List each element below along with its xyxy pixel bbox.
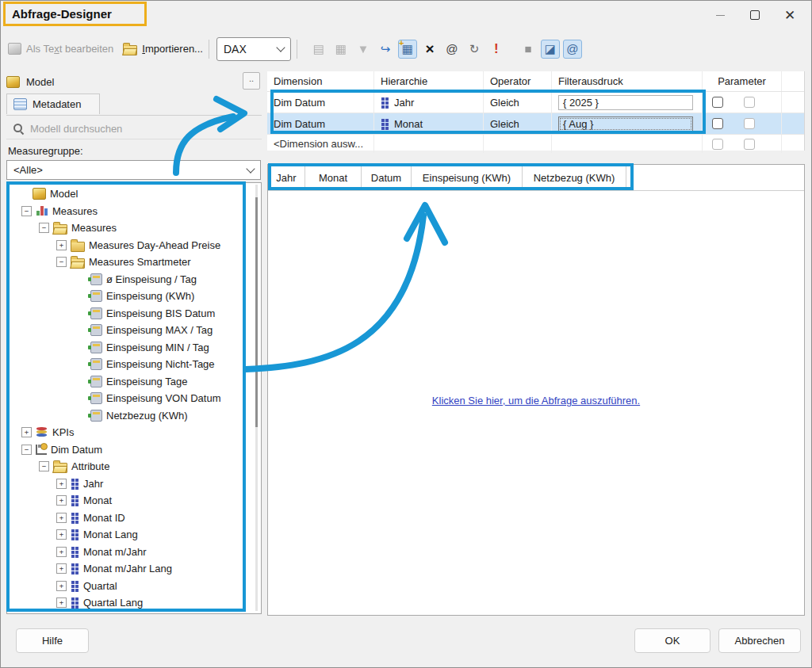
tree-item[interactable]: Einspeisung MIN / Tag [7,339,261,357]
tree-item[interactable]: −Dim Datum [7,441,261,459]
query-parameters-icon[interactable]: @ [442,40,462,59]
tree-item-label: Jahr [83,478,103,490]
tree-item[interactable]: Model [7,185,261,203]
result-column-netzbezug-kwh[interactable]: Netzbezug (KWh) [523,165,626,190]
parameter-checkbox[interactable] [712,118,723,129]
minimize-button[interactable] [704,5,736,25]
expand-plus-icon[interactable]: + [56,479,67,489]
metadata-panes-icon[interactable]: ▤ [309,40,328,59]
tree-item[interactable]: Einspeisung Nicht-Tage [7,356,261,373]
tree-item[interactable]: +KPIs [7,424,261,441]
parameter-checkbox-2[interactable] [744,118,755,129]
delete-icon[interactable]: × [420,40,439,59]
help-button[interactable]: Hilfe [16,628,89,653]
filter-hierarchy-cell[interactable] [374,135,484,153]
tree-item[interactable]: +Quartal Lang [7,594,261,612]
tree-item[interactable]: +Jahr [7,475,261,493]
filter-operator-cell[interactable] [484,135,552,153]
result-column-jahr[interactable]: Jahr [268,165,305,190]
close-button[interactable]: ✕ [774,5,806,25]
expand-plus-icon[interactable]: + [56,513,67,523]
tree-item[interactable]: −Measures [7,219,261,237]
collapse-minus-icon[interactable]: − [21,206,32,216]
toolbar-separator-2 [297,40,297,59]
cancel-button[interactable]: Abbrechen [718,628,801,653]
tree-item[interactable]: +Monat ID [7,510,261,527]
refresh-query-icon[interactable]: ↻ [465,40,484,59]
maximize-button[interactable] [739,5,771,25]
expand-plus-icon[interactable]: + [56,547,67,557]
result-panel: JahrMonatDatumEinspeisung (KWh)Netzbezug… [267,164,805,616]
tree-item[interactable]: Einspeisung MAX / Tag [7,322,261,339]
result-column-einspeisung-kwh[interactable]: Einspeisung (KWh) [412,165,523,190]
filter-operator-cell[interactable]: Gleich [484,113,552,134]
tree-item[interactable]: +Monat [7,492,261,510]
collapse-minus-icon[interactable]: − [21,445,32,455]
ok-button[interactable]: OK [634,628,710,653]
tree-item[interactable]: +Monat Lang [7,526,261,544]
run-query-icon[interactable]: ! [487,40,506,59]
filter-dimension-cell[interactable]: Dim Datum [267,113,374,134]
filter-hierarchy-cell[interactable]: Jahr [374,92,484,113]
tab-metadaten[interactable]: Metadaten [6,94,100,114]
expand-plus-icon[interactable]: + [56,240,67,250]
collapse-minus-icon[interactable]: − [56,257,67,267]
tree-item[interactable]: +Quartal [7,578,261,595]
filter-expression-cell[interactable]: { Aug } [552,113,703,134]
parameter-checkbox-2[interactable] [744,97,755,108]
run-query-link[interactable]: Klicken Sie hier, um die Abfrage auszufü… [432,395,640,407]
tree-item[interactable]: Einspeisung (KWh) [7,288,261,305]
filter-hierarchy-cell[interactable]: Monat [374,113,484,134]
expand-plus-icon[interactable]: + [56,581,67,591]
plug-icon[interactable]: ▼ [354,40,373,59]
design-mode-icon[interactable]: ◪ [541,40,560,59]
kpi-icon [36,426,48,438]
measuregroup-dropdown[interactable]: <Alle> [6,160,261,180]
filter-operator-cell[interactable]: Gleich [484,92,552,113]
parameter-checkbox[interactable] [712,139,723,150]
tree-item[interactable]: −Measures Smartmeter [7,254,261,271]
tree-item[interactable]: Einspeisung Tage [7,373,261,391]
tree-item[interactable]: Netzbezug (KWh) [7,407,261,425]
expand-plus-icon[interactable]: + [56,597,67,608]
metadata-panes-icon-glyph: ▤ [313,42,324,56]
tree-scrollbar-thumb[interactable] [255,197,258,427]
tree-item[interactable]: −Attribute [7,458,261,475]
result-column-monat[interactable]: Monat [305,165,362,190]
parameter-checkbox-2[interactable] [744,139,755,150]
tree-item[interactable]: −Measures [7,203,261,220]
tree-item[interactable]: Einspeisung BIS Datum [7,305,261,323]
tree-item-label: Measures [71,222,117,234]
expand-plus-icon[interactable]: + [56,529,67,540]
filter-dimension-cell[interactable]: Dim Datum [267,92,374,113]
command-type-dropdown[interactable]: DAX [216,37,291,61]
model-search-input[interactable]: Modell durchsuchen [6,118,262,139]
filter-expression-box[interactable]: { Aug } [558,116,693,132]
collapse-minus-icon[interactable]: − [39,223,49,233]
jump-arrow-icon[interactable]: ↪ [376,40,395,59]
grid-icon[interactable]: ▦ [331,40,350,59]
import-button[interactable]: Importieren... [123,42,203,55]
add-calculated-member-icon[interactable]: ▦+ [398,40,417,59]
expand-plus-icon[interactable]: + [21,427,32,437]
filter-dimension-value: Dim Datum [274,118,325,130]
parameters-icon[interactable]: @ [563,40,582,59]
tree-item[interactable]: +Measures Day-Ahead Preise [7,237,261,254]
tree-item[interactable]: +Monat m/Jahr [7,544,261,561]
tree-item[interactable]: +Monat m/Jahr Lang [7,560,261,578]
tree-item[interactable]: ø Einspeisung / Tag [7,271,261,288]
tree-scrollbar[interactable] [255,185,258,611]
collapse-minus-icon[interactable]: − [39,461,49,471]
filter-expression-box[interactable]: { 2025 } [558,95,693,110]
filter-dimension-cell[interactable]: <Dimension ausw... [267,135,374,153]
tree-item[interactable]: Einspeisung VON Datum [7,390,261,407]
edit-as-text-button[interactable]: Als Text bearbeiten [8,43,113,55]
expand-plus-icon[interactable]: + [56,563,67,574]
filter-expression-cell[interactable] [552,135,703,153]
cancel-query-icon[interactable]: ■ [519,40,538,59]
more-button[interactable]: .. [243,72,260,90]
filter-expression-cell[interactable]: { 2025 } [552,92,703,113]
parameter-checkbox[interactable] [712,97,723,108]
result-column-datum[interactable]: Datum [362,165,412,190]
expand-plus-icon[interactable]: + [56,495,67,506]
